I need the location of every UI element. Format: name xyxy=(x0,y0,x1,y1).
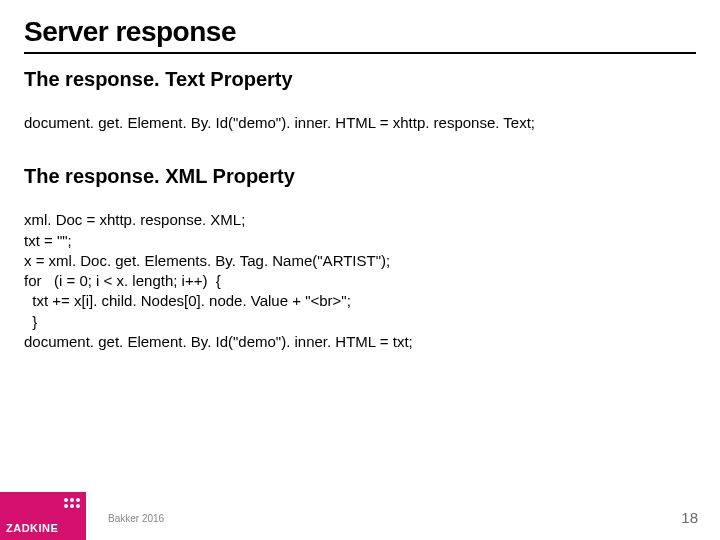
section1-heading: The response. Text Property xyxy=(24,68,696,91)
page-number: 18 xyxy=(681,509,698,526)
logo-badge: ZADKINE xyxy=(0,492,86,540)
author-text: Bakker 2016 xyxy=(108,513,164,524)
code-line: } xyxy=(24,312,696,332)
code-line: x = xml. Doc. get. Elements. By. Tag. Na… xyxy=(24,251,696,271)
code-line: txt = ""; xyxy=(24,231,696,251)
section1-code: document. get. Element. By. Id("demo"). … xyxy=(24,113,696,133)
code-line: xml. Doc = xhttp. response. XML; xyxy=(24,210,696,230)
code-line: document. get. Element. By. Id("demo"). … xyxy=(24,332,696,352)
code-line: txt += x[i]. child. Nodes[0]. node. Valu… xyxy=(24,291,696,311)
code-line: for (i = 0; i < x. length; i++) { xyxy=(24,271,696,291)
footer: ZADKINE Bakker 2016 18 xyxy=(0,492,720,540)
section2-heading: The response. XML Property xyxy=(24,165,696,188)
slide-title: Server response xyxy=(24,16,696,54)
section2-code: xml. Doc = xhttp. response. XML; txt = "… xyxy=(24,210,696,352)
dots-icon xyxy=(64,498,80,508)
logo-text: ZADKINE xyxy=(6,522,58,534)
